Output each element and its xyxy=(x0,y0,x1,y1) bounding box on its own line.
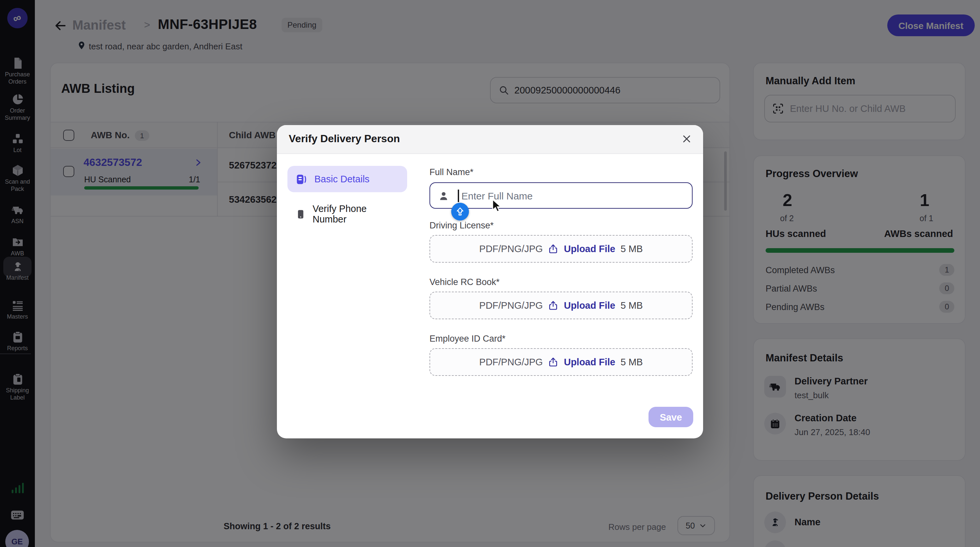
vehicle-rc-upload[interactable]: PDF/PNG/JPG Upload File 5 MB xyxy=(430,292,692,319)
id-card-icon xyxy=(295,173,308,185)
mobile-phone-icon xyxy=(295,208,306,220)
person-icon xyxy=(438,190,449,201)
upload-icon xyxy=(548,357,559,367)
tab-verify-phone-number[interactable]: Verify Phone Number xyxy=(288,201,407,227)
driving-license-upload[interactable]: PDF/PNG/JPG Upload File 5 MB xyxy=(430,235,692,263)
upload-icon xyxy=(548,244,559,254)
employee-id-upload[interactable]: PDF/PNG/JPG Upload File 5 MB xyxy=(430,348,692,376)
vehicle-rc-label: Vehicle RC Book* xyxy=(430,277,500,287)
close-icon[interactable] xyxy=(681,133,692,145)
upload-icon xyxy=(548,300,559,311)
driving-license-label: Driving License* xyxy=(430,220,494,230)
tab-basic-details[interactable]: Basic Details xyxy=(288,166,407,192)
full-name-input[interactable]: Enter Full Name xyxy=(430,182,692,209)
caps-lock-icon xyxy=(455,207,465,217)
verify-delivery-person-modal: Verify Delivery Person Basic Details Ver… xyxy=(277,125,703,439)
save-button[interactable]: Save xyxy=(649,407,693,427)
app-root: ∞ Purchase Orders Order Summary Lot Scan… xyxy=(0,0,980,547)
employee-id-label: Employee ID Card* xyxy=(430,334,506,344)
full-name-label: Full Name* xyxy=(430,167,474,177)
mouse-cursor xyxy=(491,199,503,213)
text-caret xyxy=(458,189,459,202)
caps-lock-indicator xyxy=(451,203,469,220)
modal-title: Verify Delivery Person xyxy=(289,133,400,145)
